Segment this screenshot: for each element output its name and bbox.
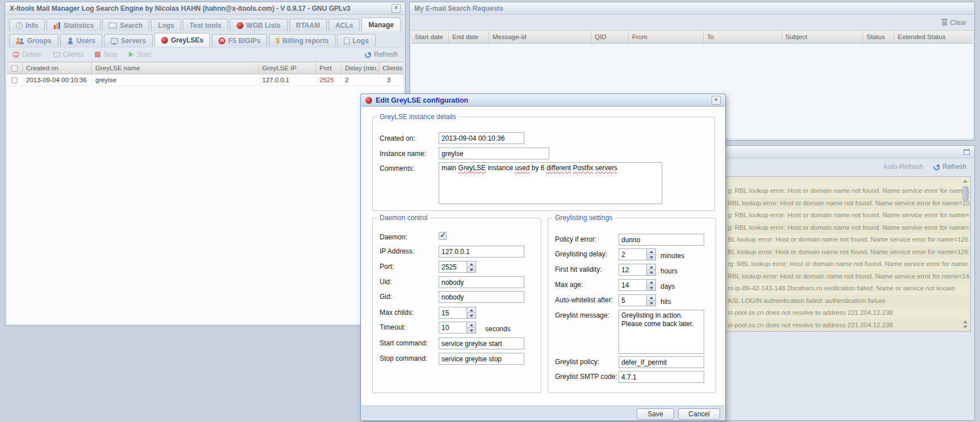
col-extended-status[interactable]: Extended Status [894, 31, 973, 43]
tab-search[interactable]: Search [102, 19, 149, 31]
ip-address-field[interactable] [439, 246, 524, 258]
gid-field[interactable] [439, 291, 524, 303]
greylist-policy-field[interactable] [619, 356, 704, 368]
auto-whitelist-unit: hits [661, 298, 671, 306]
greylisting-delay-input[interactable] [619, 248, 647, 260]
secondary-tabs: Groups Users Servers GreyLSEs f5F5 BIGIP… [9, 33, 376, 47]
port-spinner-up[interactable] [467, 261, 476, 267]
timeout-input[interactable] [439, 322, 467, 334]
dialog-title: Edit GreyLSE configuration [376, 96, 468, 104]
tab-acls[interactable]: ACLs [329, 19, 360, 31]
col-created-on[interactable]: Created on [23, 62, 92, 74]
log-scrollbar[interactable] [962, 178, 969, 330]
subtab-greylses[interactable]: GreyLSEs [154, 33, 210, 47]
auto-whitelist-spinner-down[interactable] [647, 301, 655, 306]
col-end-date[interactable]: End date [449, 31, 489, 43]
instance-name-field[interactable] [439, 147, 549, 159]
first-hit-validity-input[interactable] [619, 264, 647, 276]
tab-test-tools[interactable]: Test tools [183, 19, 228, 31]
first-hit-unit: hours [661, 267, 678, 275]
col-to[interactable]: To [704, 31, 782, 43]
col-qid[interactable]: QID [591, 31, 629, 43]
clear-button[interactable]: Clear [942, 19, 966, 27]
subtab-f5-bigips[interactable]: f5F5 BIGIPs [212, 34, 267, 47]
uid-field[interactable] [439, 276, 524, 288]
policy-if-error-field[interactable] [619, 234, 704, 246]
delay-spinner-up[interactable] [647, 249, 655, 255]
max-age-spinner-up[interactable] [647, 280, 655, 285]
scrollbar-thumb[interactable] [962, 186, 969, 201]
dialog-footer: Save Cancel [361, 406, 725, 420]
col-status[interactable]: Status [863, 31, 894, 43]
col-subject[interactable]: Subject [782, 31, 863, 43]
statistics-icon [53, 22, 61, 29]
header-checkbox-cell[interactable] [7, 62, 23, 74]
log-refresh-button[interactable]: Refresh [933, 163, 966, 171]
delay-spinner-down[interactable] [647, 255, 655, 260]
select-all-checkbox[interactable] [11, 65, 18, 71]
max-childs-spinner-down[interactable] [467, 313, 476, 318]
timeout-spinner-down[interactable] [467, 328, 476, 333]
scroll-up-icon[interactable] [963, 180, 968, 183]
subtab-billing-reports[interactable]: $Billing reports [269, 34, 335, 47]
col-clients[interactable]: Clients [379, 62, 403, 74]
tab-statistics[interactable]: Statistics [47, 19, 100, 31]
start-button[interactable]: Start [129, 50, 151, 58]
col-greylse-name[interactable]: GreyLSE name [92, 62, 259, 74]
save-button[interactable]: Save [637, 408, 674, 420]
greylist-smtp-code-label: Greylist SMTP code: [555, 373, 617, 381]
first-hit-spinner-down[interactable] [647, 270, 655, 275]
greylist-smtp-code-field[interactable] [619, 371, 704, 383]
auto-whitelist-spinner-up[interactable] [647, 295, 655, 301]
max-childs-spinner-up[interactable] [467, 307, 476, 313]
max-childs-input[interactable] [439, 307, 467, 319]
auto-refresh-button[interactable]: Auto-Refresh [883, 163, 923, 171]
refresh-button[interactable]: Refresh [365, 50, 398, 58]
main-window-close-button[interactable]: × [392, 4, 401, 13]
created-on-field[interactable] [439, 132, 524, 144]
scroll-up2-icon[interactable] [963, 320, 968, 323]
tab-wgb-lists[interactable]: WGB Lists [230, 19, 288, 31]
edit-greylse-dialog: Edit GreyLSE configuration × GreyLSE ins… [360, 94, 726, 421]
scroll-down-icon[interactable] [963, 326, 968, 328]
subtab-logs[interactable]: Logs [337, 34, 376, 47]
cancel-button[interactable]: Cancel [678, 408, 720, 420]
first-hit-spinner-up[interactable] [647, 264, 655, 270]
timeout-spinner-up[interactable] [467, 322, 476, 328]
tab-logs[interactable]: Logs [151, 19, 181, 31]
max-age-spinner-down[interactable] [647, 285, 655, 290]
greylist-message-textarea[interactable]: Greylisting in action. Please come back … [619, 310, 704, 354]
clients-button[interactable]: Clients [53, 50, 84, 58]
tab-rtaam[interactable]: RTAAM [289, 19, 327, 31]
subtab-users[interactable]: Users [60, 34, 102, 47]
greylse-table-row[interactable]: 2013-09-04 00:10:36 greylse 127.0.0.1 25… [7, 74, 403, 86]
panel-restore-icon[interactable] [964, 149, 970, 155]
col-greylse-ip[interactable]: GreyLSE IP [259, 62, 316, 74]
port-input[interactable] [439, 261, 467, 273]
tab-manage[interactable]: Manage [361, 18, 401, 31]
dialog-close-button[interactable]: × [712, 96, 721, 105]
greylist-message-label: Greylist message: [555, 311, 609, 319]
col-start-date[interactable]: Start date [411, 31, 449, 43]
comments-box[interactable]: main GreyLSE instance used by 6 differen… [439, 162, 662, 204]
subtab-servers[interactable]: Servers [104, 34, 153, 47]
greylisting-delay-spinner [619, 248, 656, 260]
stop-button[interactable]: Stop [95, 50, 117, 58]
col-port[interactable]: Port [316, 62, 342, 74]
port-spinner-down[interactable] [467, 267, 476, 272]
daemon-checkbox[interactable] [439, 232, 447, 240]
timeout-unit: seconds [485, 325, 511, 333]
col-from[interactable]: From [629, 31, 704, 43]
first-hit-validity-label: First hit validity: [555, 265, 602, 273]
delete-button[interactable]: Delete [12, 50, 42, 58]
col-delay[interactable]: Delay (min.) [342, 62, 379, 74]
col-message-id[interactable]: Message-id [489, 31, 591, 43]
tab-info[interactable]: iInfo [9, 19, 45, 31]
stop-command-field[interactable] [439, 353, 524, 365]
start-command-field[interactable] [439, 337, 524, 349]
row-checkbox[interactable] [11, 77, 18, 83]
subtab-groups[interactable]: Groups [9, 34, 58, 47]
auto-whitelist-input[interactable] [619, 294, 647, 306]
max-age-input[interactable] [619, 279, 647, 291]
port-label: Port: [380, 263, 394, 271]
